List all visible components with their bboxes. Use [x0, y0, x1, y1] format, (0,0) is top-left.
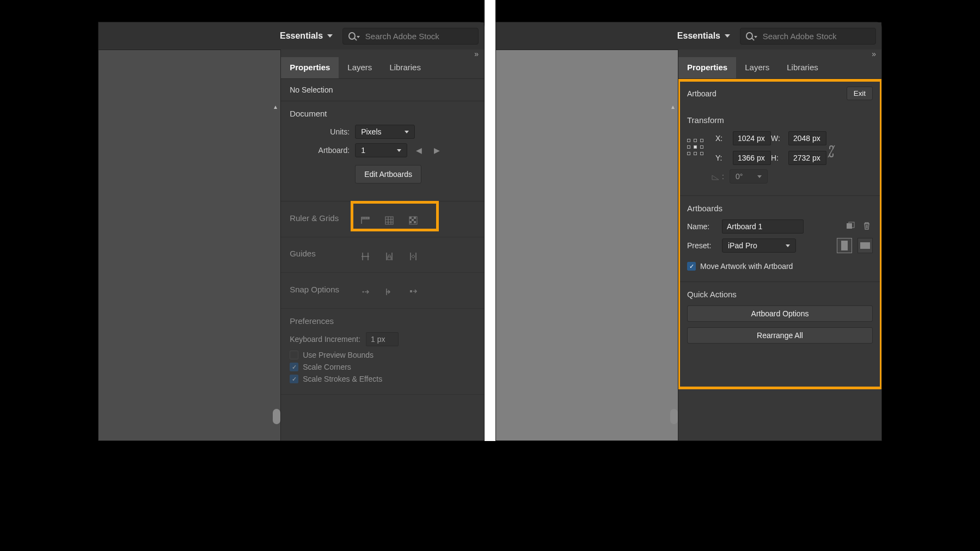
workspace-switcher[interactable]: Essentials — [275, 29, 337, 43]
chevron-down-icon — [725, 34, 730, 38]
tab-libraries[interactable]: Libraries — [778, 57, 827, 78]
show-guides-icon[interactable] — [357, 248, 373, 265]
y-label: Y: — [715, 154, 727, 162]
w-input[interactable]: 2048 px — [788, 131, 826, 145]
h-input[interactable]: 2732 px — [788, 151, 826, 165]
artboard-name-input[interactable]: Artboard 1 — [722, 219, 804, 234]
transparency-grid-icon[interactable] — [405, 212, 421, 229]
svg-point-7 — [363, 291, 364, 293]
workspace-label: Essentials — [280, 31, 323, 41]
tab-layers[interactable]: Layers — [736, 57, 778, 78]
h-label: H: — [771, 154, 783, 162]
properties-panel: » Properties Layers Libraries No Selecti… — [280, 50, 484, 440]
next-artboard-icon[interactable]: ▶ — [431, 146, 443, 155]
chevron-down-icon — [757, 175, 762, 178]
tab-properties[interactable]: Properties — [281, 57, 339, 78]
ruler-icon[interactable] — [357, 212, 373, 229]
svg-rect-8 — [410, 290, 412, 292]
workspace-label: Essentials — [677, 31, 720, 41]
y-input[interactable]: 1366 px — [733, 151, 771, 165]
link-wh-icon[interactable] — [826, 143, 836, 153]
properties-panel: » Properties Layers Libraries Artboard E… — [678, 50, 881, 440]
selection-info: No Selection — [281, 79, 484, 101]
svg-rect-2 — [414, 217, 416, 219]
new-artboard-icon[interactable] — [846, 221, 856, 232]
snap-pixel-icon[interactable] — [405, 284, 421, 300]
svg-rect-4 — [409, 221, 412, 223]
search-input[interactable] — [365, 32, 473, 41]
exit-button[interactable]: Exit — [847, 87, 873, 100]
rearrange-all-button[interactable]: Rearrange All — [687, 327, 873, 344]
chevron-down-icon — [327, 34, 333, 38]
app-window-right: Essentials ▴ » Properties Layers — [495, 22, 882, 441]
name-label: Name: — [687, 222, 716, 231]
artboard-options-button[interactable]: Artboard Options — [687, 305, 873, 322]
search-box[interactable] — [740, 28, 876, 45]
preset-select[interactable]: iPad Pro — [722, 238, 796, 253]
delete-artboard-icon[interactable] — [862, 221, 873, 232]
main-area: ▴ » Properties Layers Libraries Artboard… — [496, 50, 881, 440]
svg-rect-3 — [412, 219, 414, 221]
units-select[interactable]: Pixels — [355, 125, 415, 139]
artboards-heading: Artboards — [687, 204, 873, 213]
tab-libraries[interactable]: Libraries — [381, 57, 430, 78]
snap-point-icon[interactable] — [357, 284, 373, 300]
w-label: W: — [771, 134, 783, 143]
quick-actions-section: Quick Actions Artboard Options Rearrange… — [678, 282, 881, 351]
snap-grid-icon[interactable] — [381, 284, 397, 300]
prev-artboard-icon[interactable]: ◀ — [413, 146, 425, 155]
tab-properties[interactable]: Properties — [678, 57, 736, 78]
lock-guides-icon[interactable] — [381, 248, 397, 265]
preferences-heading: Preferences — [290, 316, 475, 326]
scrollbar-thumb[interactable] — [670, 409, 678, 424]
panel-collapse[interactable]: » — [281, 50, 484, 57]
scale-strokes-checkbox[interactable]: ✓ Scale Strokes & Effects — [290, 375, 475, 383]
scale-corners-checkbox[interactable]: ✓ Scale Corners — [290, 363, 475, 371]
no-selection-label: No Selection — [290, 85, 333, 94]
guides-heading: Guides — [290, 249, 355, 258]
guides-section: Guides — [281, 237, 484, 273]
artboard-label: Artboard: — [290, 146, 350, 155]
search-input[interactable] — [763, 32, 870, 41]
panel-collapse[interactable]: » — [678, 50, 881, 57]
ruler-grids-section: Ruler & Grids — [281, 201, 484, 237]
preferences-section: Preferences Keyboard Increment: 1 px Use… — [281, 309, 484, 395]
topbar: Essentials — [99, 22, 484, 50]
document-section: Document Units: Pixels Artboard: — [281, 101, 484, 201]
panel-body: Artboard Exit Transform — [678, 79, 881, 440]
smart-guides-icon[interactable] — [405, 248, 421, 265]
orientation-portrait-button[interactable] — [837, 238, 852, 253]
rotation-select[interactable]: 0° — [730, 169, 768, 183]
x-label: X: — [715, 134, 727, 143]
canvas[interactable] — [99, 50, 280, 440]
panel-collapse-caret[interactable]: ▴ — [274, 103, 277, 111]
scrollbar-thumb[interactable] — [273, 409, 280, 424]
panel-body: No Selection Document Units: Pixels — [281, 79, 484, 440]
panel-tabs: Properties Layers Libraries — [678, 57, 881, 79]
left-screenshot: Essentials ▴ » Properties Layers — [98, 0, 485, 441]
checkbox-checked-icon: ✓ — [290, 375, 298, 383]
snap-options-heading: Snap Options — [290, 285, 355, 294]
artboard-select[interactable]: 1 — [355, 143, 407, 157]
right-screenshot: Essentials ▴ » Properties Layers — [495, 0, 882, 441]
move-artwork-checkbox[interactable]: ✓ Move Artwork with Artboard — [687, 262, 873, 271]
topbar: Essentials — [496, 22, 881, 50]
search-icon — [348, 32, 356, 40]
workspace-switcher[interactable]: Essentials — [673, 29, 734, 43]
edit-artboards-button[interactable]: Edit Artboards — [355, 165, 421, 183]
canvas[interactable] — [496, 50, 678, 440]
keyboard-increment-input[interactable]: 1 px — [366, 332, 399, 346]
checkbox-icon — [290, 351, 298, 359]
use-preview-bounds-checkbox[interactable]: Use Preview Bounds — [290, 351, 475, 359]
search-box[interactable] — [342, 28, 479, 45]
x-input[interactable]: 1024 px — [733, 131, 771, 145]
panel-tabs: Properties Layers Libraries — [281, 57, 484, 79]
main-area: ▴ » Properties Layers Libraries No Selec… — [99, 50, 484, 440]
chevron-down-icon — [405, 131, 409, 133]
units-label: Units: — [290, 127, 350, 136]
orientation-landscape-button[interactable] — [857, 238, 873, 253]
panel-collapse-caret[interactable]: ▴ — [671, 103, 675, 111]
grid-icon[interactable] — [381, 212, 397, 229]
tab-layers[interactable]: Layers — [339, 57, 381, 78]
reference-point-icon[interactable] — [687, 139, 706, 157]
